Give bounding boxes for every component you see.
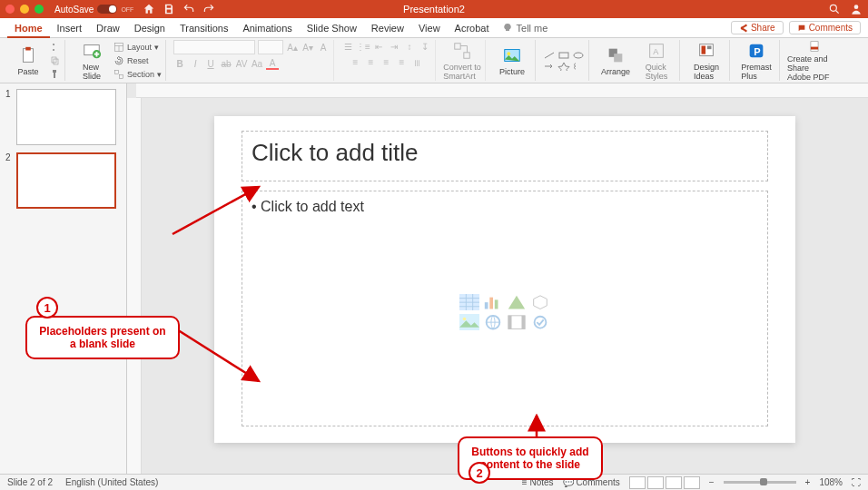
title-placeholder[interactable]: Click to add title	[242, 131, 768, 181]
text-direction-button[interactable]: ↧	[419, 40, 431, 53]
thumbnail-2[interactable]: 2	[5, 152, 121, 209]
quick-styles-button[interactable]: A Quick Styles	[637, 40, 676, 82]
layout-button[interactable]: Layout ▾	[113, 41, 162, 54]
format-painter-button[interactable]	[50, 68, 61, 81]
tell-me-search[interactable]: Tell me	[502, 23, 548, 34]
justify-button[interactable]: ≡	[396, 55, 409, 68]
insert-picture-icon[interactable]	[459, 314, 479, 330]
reading-view-button[interactable]	[666, 476, 682, 489]
italic-button[interactable]: I	[189, 57, 202, 70]
fit-to-window-button[interactable]: ⛶	[852, 477, 861, 487]
tab-home[interactable]: Home	[7, 18, 50, 38]
premast-icon: P	[746, 41, 766, 61]
comments-button[interactable]: Comments	[789, 21, 861, 34]
convert-smartart-button[interactable]: Convert to SmartArt	[443, 40, 481, 82]
home-icon[interactable]	[143, 3, 155, 15]
line-spacing-button[interactable]: ↕	[403, 40, 416, 53]
annotation-callout-1: Placeholders present on a blank slide	[25, 316, 180, 359]
indent-dec-button[interactable]: ⇤	[372, 40, 385, 53]
autosave-state: OFF	[121, 6, 133, 13]
tab-insert[interactable]: Insert	[50, 18, 90, 38]
bullets-button[interactable]: ☰	[341, 40, 354, 53]
insert-3d-icon[interactable]	[530, 294, 550, 310]
tab-draw[interactable]: Draw	[89, 18, 127, 38]
underline-button[interactable]: U	[204, 57, 217, 70]
font-size-select[interactable]	[258, 40, 283, 54]
language-indicator[interactable]: English (United States)	[65, 477, 158, 487]
shadow-button[interactable]: AV	[235, 57, 248, 70]
redo-icon[interactable]	[202, 3, 215, 15]
clear-format-button[interactable]: A	[317, 41, 330, 54]
tab-slideshow[interactable]: Slide Show	[300, 18, 364, 38]
ribbon: Paste New Slide Layout ▾ Reset Section ▾…	[0, 38, 868, 83]
columns-button[interactable]: ⫼	[411, 55, 424, 68]
indent-inc-button[interactable]: ⇥	[388, 40, 400, 53]
undo-icon[interactable]	[182, 3, 195, 15]
minimize-window-button[interactable]	[20, 5, 29, 14]
cut-button[interactable]	[50, 41, 61, 54]
zoom-in-button[interactable]: +	[805, 477, 811, 487]
autosave-switch[interactable]	[97, 5, 117, 14]
new-slide-button[interactable]: New Slide	[73, 40, 111, 82]
tab-view[interactable]: View	[411, 18, 448, 38]
normal-view-button[interactable]	[629, 476, 646, 489]
zoom-level[interactable]: 108%	[819, 477, 843, 487]
slide-counter[interactable]: Slide 2 of 2	[7, 477, 53, 487]
tab-animations[interactable]: Animations	[235, 18, 299, 38]
tab-review[interactable]: Review	[364, 18, 411, 38]
insert-online-picture-icon[interactable]	[483, 314, 503, 330]
picture-button[interactable]: Picture	[493, 40, 531, 82]
slideshow-view-button[interactable]	[684, 476, 700, 489]
slide-canvas[interactable]: Click to add title • Click to add text	[142, 98, 868, 474]
thumbnail-1[interactable]: 1	[5, 89, 121, 145]
account-icon[interactable]	[850, 3, 863, 15]
strike-button[interactable]: ab	[220, 57, 232, 70]
insert-chart-icon[interactable]	[483, 294, 503, 310]
tab-acrobat[interactable]: Acrobat	[448, 18, 497, 38]
insert-video-icon[interactable]	[507, 314, 527, 330]
font-color-button[interactable]: A	[266, 57, 279, 70]
thumb-preview	[16, 152, 116, 209]
sorter-view-button[interactable]	[647, 476, 664, 489]
arrange-button[interactable]: Arrange	[597, 40, 635, 82]
design-ideas-icon	[696, 41, 716, 61]
insert-smartart-icon[interactable]	[507, 294, 527, 310]
content-placeholder[interactable]: • Click to add text	[242, 191, 768, 426]
insert-table-icon[interactable]	[459, 294, 479, 310]
align-left-button[interactable]: ≡	[350, 55, 362, 68]
increase-font-button[interactable]: A▴	[286, 41, 299, 54]
font-family-select[interactable]	[173, 40, 255, 54]
slide[interactable]: Click to add title • Click to add text	[214, 116, 795, 443]
decrease-font-button[interactable]: A▾	[301, 41, 314, 54]
search-icon[interactable]	[828, 3, 841, 15]
tab-transitions[interactable]: Transitions	[173, 18, 235, 38]
design-ideas-button[interactable]: Design Ideas	[687, 40, 725, 82]
paste-button[interactable]: Paste	[9, 40, 47, 82]
save-icon[interactable]	[163, 3, 175, 15]
copy-button[interactable]	[50, 54, 61, 67]
close-window-button[interactable]	[5, 5, 15, 14]
create-share-pdf-button[interactable]: Create and Share Adobe PDF	[787, 40, 842, 82]
char-spacing-button[interactable]: Aa	[251, 57, 263, 70]
reset-button[interactable]: Reset	[113, 54, 162, 67]
clipboard-group: Paste	[5, 40, 65, 81]
align-center-button[interactable]: ≡	[365, 55, 378, 68]
tab-design[interactable]: Design	[127, 18, 173, 38]
align-right-button[interactable]: ≡	[380, 55, 393, 68]
view-buttons	[629, 476, 700, 489]
premast-button[interactable]: P Premast Plus	[737, 40, 775, 82]
numbering-button[interactable]: ⋮≡	[357, 40, 370, 53]
shapes-gallery[interactable]	[543, 51, 585, 71]
bold-button[interactable]: B	[173, 57, 186, 70]
zoom-slider[interactable]	[724, 481, 796, 484]
section-button[interactable]: Section ▾	[113, 68, 162, 81]
designer-group: Design Ideas	[684, 40, 730, 81]
zoom-out-button[interactable]: −	[709, 477, 715, 487]
autosave-toggle[interactable]: AutoSave OFF	[54, 5, 133, 15]
share-button[interactable]: Share	[731, 21, 784, 34]
insert-icon-icon[interactable]	[530, 314, 550, 330]
paragraph-group: ☰ ⋮≡ ⇤ ⇥ ↕ ↧ ≡ ≡ ≡ ≡ ⫼	[338, 40, 436, 81]
svg-rect-5	[54, 59, 58, 64]
maximize-window-button[interactable]	[35, 5, 44, 14]
svg-point-38	[535, 317, 547, 328]
